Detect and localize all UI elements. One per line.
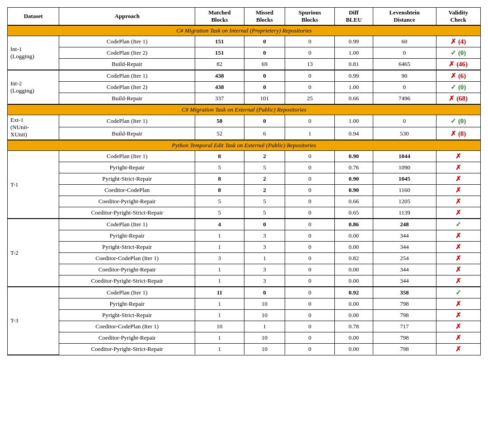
approach-cell: Pyright-Strict-Repair [59, 173, 195, 185]
matched-cell: 8 [195, 185, 244, 196]
cross-icon: ✗ (6) [450, 72, 466, 79]
dataset-cell: Ext-1(NUnit-XUnit) [8, 115, 59, 140]
diff-bleu-cell: 0.76 [335, 162, 373, 173]
check-icon: ✓ (0) [450, 84, 466, 91]
main-table-container: Dataset Approach MatchedBlocks MissedBlo… [7, 7, 481, 355]
check-icon: ✓ [455, 221, 461, 228]
spurious-cell: 0 [285, 219, 335, 230]
levenshtein-cell: 344 [373, 275, 436, 287]
section-header-0: C# Migration Task on Internal (Propriete… [8, 25, 480, 36]
matched-cell: 1 [195, 242, 244, 253]
diff-bleu-cell: 0.65 [335, 207, 373, 219]
matched-cell: 438 [195, 82, 244, 93]
diff-bleu-cell: 0.99 [335, 36, 373, 47]
validity-cell: ✗ [436, 196, 480, 207]
diff-bleu-cell: 0.00 [335, 310, 373, 321]
dataset-cell: Int-1(Logging) [8, 36, 59, 70]
levenshtein-cell: 0 [373, 115, 436, 127]
diff-bleu-cell: 1.00 [335, 82, 373, 93]
levenshtein-cell: 1045 [373, 173, 436, 185]
check-icon: ✓ (0) [450, 49, 466, 56]
approach-cell: Coeditor-CodePlan (Iter 1) [59, 253, 195, 264]
diff-bleu-cell: 0.00 [335, 299, 373, 310]
spurious-cell: 0 [285, 82, 335, 93]
validity-cell: ✗ (68) [436, 93, 480, 105]
validity-cell: ✗ (4) [436, 36, 480, 47]
validity-cell: ✗ [436, 151, 480, 162]
matched-cell: 5 [195, 196, 244, 207]
spurious-cell: 0 [285, 47, 335, 59]
diff-bleu-cell: 0.66 [335, 196, 373, 207]
dataset-cell: T-2 [8, 219, 59, 287]
spurious-cell: 0 [285, 196, 335, 207]
validity-cell: ✗ (8) [436, 127, 480, 140]
data-table: Dataset Approach MatchedBlocks MissedBlo… [8, 8, 480, 355]
cross-icon: ✗ (68) [449, 95, 468, 102]
col-header-dataset: Dataset [8, 8, 59, 25]
missed-cell: 1 [244, 253, 285, 264]
levenshtein-cell: 798 [373, 299, 436, 310]
levenshtein-cell: 798 [373, 310, 436, 321]
levenshtein-cell: 1090 [373, 162, 436, 173]
approach-cell: CodePlan (Iter 2) [59, 82, 195, 93]
approach-cell: CodePlan (Iter 1) [59, 151, 195, 162]
missed-cell: 0 [244, 219, 285, 230]
approach-cell: CodePlan (Iter 1) [59, 219, 195, 230]
spurious-cell: 0 [285, 162, 335, 173]
matched-cell: 438 [195, 70, 244, 82]
levenshtein-cell: 1205 [373, 196, 436, 207]
table-row: Build-Repair52610.94530✗ (8) [8, 127, 480, 140]
cross-icon: ✗ [455, 266, 461, 273]
validity-cell: ✗ [436, 275, 480, 287]
approach-cell: Coeditor-Pyright-Repair [59, 264, 195, 275]
diff-bleu-cell: 0.78 [335, 321, 373, 332]
validity-cell: ✗ [436, 264, 480, 275]
dataset-cell: Int-2(Logging) [8, 70, 59, 104]
spurious-cell: 0 [285, 253, 335, 264]
missed-cell: 10 [244, 332, 285, 344]
table-row: Coeditor-Pyright-Repair1300.00344✗ [8, 264, 480, 275]
col-header-spurious: SpuriousBlocks [285, 8, 335, 25]
spurious-cell: 0 [285, 36, 335, 47]
validity-cell: ✗ (46) [436, 59, 480, 70]
missed-cell: 69 [244, 59, 285, 70]
missed-cell: 10 [244, 344, 285, 355]
approach-cell: CodePlan (Iter 1) [59, 115, 195, 127]
validity-cell: ✓ [436, 219, 480, 230]
matched-cell: 8 [195, 151, 244, 162]
levenshtein-cell: 7496 [373, 93, 436, 105]
matched-cell: 1 [195, 310, 244, 321]
approach-cell: CodePlan (Iter 1) [59, 287, 195, 299]
table-row: Coeditor-Pyright-Strict-Repair1300.00344… [8, 275, 480, 287]
spurious-cell: 0 [285, 332, 335, 344]
missed-cell: 101 [244, 93, 285, 105]
approach-cell: Coeditor-CodePlan [59, 185, 195, 196]
cross-icon: ✗ [455, 232, 461, 239]
spurious-cell: 25 [285, 93, 335, 105]
matched-cell: 1 [195, 332, 244, 344]
matched-cell: 1 [195, 230, 244, 242]
table-row: Pyright-Repair11000.00798✗ [8, 299, 480, 310]
levenshtein-cell: 60 [373, 36, 436, 47]
table-row: CodePlan (Iter 2)151001.000✓ (0) [8, 47, 480, 59]
col-header-levenshtein: LevenshteinDistance [373, 8, 436, 25]
validity-cell: ✓ (0) [436, 47, 480, 59]
diff-bleu-cell: 0.00 [335, 242, 373, 253]
approach-cell: Coeditor-Pyright-Strict-Repair [59, 344, 195, 355]
table-header-row: Dataset Approach MatchedBlocks MissedBlo… [8, 8, 480, 25]
diff-bleu-cell: 0.86 [335, 219, 373, 230]
validity-cell: ✓ [436, 287, 480, 299]
levenshtein-cell: 344 [373, 242, 436, 253]
cross-icon: ✗ (8) [450, 130, 466, 137]
table-row: Int-2(Logging)CodePlan (Iter 1)438000.99… [8, 70, 480, 82]
cross-icon: ✗ [455, 243, 461, 251]
matched-cell: 11 [195, 287, 244, 299]
cross-icon: ✗ [455, 277, 461, 285]
levenshtein-cell: 798 [373, 332, 436, 344]
levenshtein-cell: 717 [373, 321, 436, 332]
table-row: Pyright-Strict-Repair1300.00344✗ [8, 242, 480, 253]
levenshtein-cell: 90 [373, 70, 436, 82]
matched-cell: 82 [195, 59, 244, 70]
missed-cell: 0 [244, 287, 285, 299]
matched-cell: 337 [195, 93, 244, 105]
